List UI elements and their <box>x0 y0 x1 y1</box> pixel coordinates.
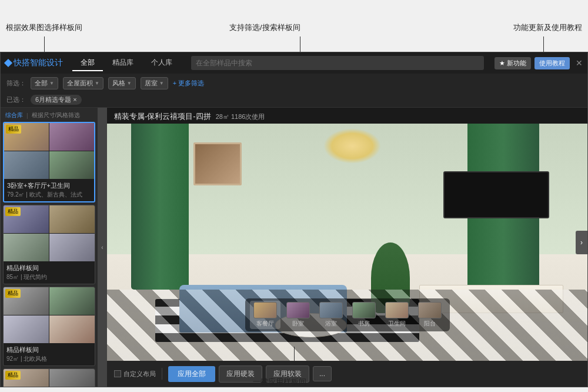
room-tabs-bar: 客餐厅 卧室 浴室 书房 <box>245 298 450 331</box>
checkbox-icon <box>114 370 121 377</box>
room-tab-img-bedroom <box>286 302 310 318</box>
bottom-arrow-line <box>294 347 295 361</box>
search-bar <box>191 56 484 70</box>
chevron-right-icon: › <box>580 238 583 247</box>
badge-jingpin-4: 精品 <box>5 371 21 380</box>
tab-all[interactable]: 全部 <box>72 55 103 71</box>
room-tab-study[interactable]: 书房 <box>349 301 379 329</box>
tag-label: 已选： <box>6 95 26 104</box>
more-options-button[interactable]: ... <box>313 366 332 381</box>
room-tab-living[interactable]: 客餐厅 <box>250 301 280 329</box>
content-area: 综合库 | 根据尺寸/风格筛选 精品 <box>1 108 587 387</box>
room-tab-label-study: 书房 <box>358 320 370 328</box>
chevron-left-icon: ‹ <box>101 244 103 251</box>
title-bar: 快搭智能设计 全部 精品库 个人库 ★ 新功能 使用教程 ✕ <box>1 52 587 74</box>
template-card-info-1: 3卧室+客厅厅+卫生间 79.2㎡ | 欧式、新古典、法式 <box>4 179 94 201</box>
room-tab-img-bathroom <box>319 302 343 318</box>
apply-all-button[interactable]: 应用全部 <box>168 366 215 382</box>
filter-select-all[interactable]: 全部 ▼ <box>31 77 58 89</box>
badge-jingpin-3: 精品 <box>5 289 21 298</box>
chevron-down-icon: ▼ <box>49 81 54 86</box>
room-cell <box>49 369 95 387</box>
template-card-info-3: 精品样板间 92㎡ | 北欧风格 <box>4 343 95 366</box>
left-panel-nav-combined: 综合库 <box>5 111 23 119</box>
new-feature-button[interactable]: ★ 新功能 <box>495 57 531 69</box>
search-input[interactable] <box>191 56 484 70</box>
curtain-left <box>131 124 189 290</box>
app-title: 快搭智能设计 <box>14 58 63 68</box>
room-tab-toilet[interactable]: 卫生间 <box>382 301 412 329</box>
room-cell <box>49 123 94 151</box>
annotation-top-center: 支持筛选/搜索样板间 <box>229 22 300 33</box>
preview-image: › 客餐厅 卧室 浴室 <box>107 124 587 361</box>
tag-item[interactable]: 6月精选专题 × <box>31 95 82 105</box>
app-logo: 快搭智能设计 <box>5 58 63 68</box>
preview-sub-info: 28㎡ 1186次使用 <box>216 112 265 121</box>
tab-personal[interactable]: 个人库 <box>143 55 181 71</box>
bottom-toolbar: 自定义布局 应用全部 应用硬装 应用软装 ... <box>107 361 587 387</box>
logo-diamond-icon <box>4 59 12 67</box>
title-bar-right: ★ 新功能 使用教程 ✕ <box>495 57 583 69</box>
room-cell <box>49 151 94 179</box>
divider-icon: | <box>26 112 28 119</box>
tab-jingpin[interactable]: 精品库 <box>104 55 142 71</box>
annotation-top-left: 根据效果图选择样板间 <box>6 22 82 33</box>
template-card-title-3: 精品样板间 <box>6 346 92 354</box>
room-tab-bathroom[interactable]: 浴室 <box>316 301 346 329</box>
room-tab-img-balcony <box>418 302 442 318</box>
annotation-top-right: 功能更新及使用教程 <box>513 22 582 33</box>
room-cell <box>49 205 95 233</box>
right-panel-toggle-button[interactable]: › <box>576 231 587 254</box>
more-filters-button[interactable]: + 更多筛选 <box>173 79 204 88</box>
template-card-4[interactable]: 精品 精品样板间 68㎡ | 轻奢风格 <box>3 368 95 387</box>
left-panel-header: 综合库 | 根据尺寸/风格筛选 <box>3 110 95 122</box>
room-tab-img-study <box>352 302 376 318</box>
template-card-sub-1: 79.2㎡ | 欧式、新古典、法式 <box>7 191 91 199</box>
toolbar-divider <box>162 368 162 380</box>
template-card-info-2: 精品样板间 85㎡ | 现代简约 <box>4 261 95 284</box>
tv <box>443 171 549 219</box>
tutorial-button[interactable]: 使用教程 <box>534 57 570 69</box>
template-card-img-4: 精品 <box>4 369 95 387</box>
room-cell <box>4 234 49 261</box>
custom-layout-checkbox[interactable]: 自定义布局 <box>114 370 156 378</box>
app-window: 快搭智能设计 全部 精品库 个人库 ★ 新功能 使用教程 ✕ 筛选： 全部 ▼ … <box>0 52 588 387</box>
preview-title-bar: 精装专属-保利云禧项目-四拼 28㎡ 1186次使用 <box>107 108 587 124</box>
filter-select-room[interactable]: 居室 ▼ <box>141 77 168 89</box>
painting <box>193 142 242 185</box>
room-cell <box>49 234 95 261</box>
chevron-down-icon: ▼ <box>159 81 164 86</box>
close-icon[interactable]: ✕ <box>576 58 583 68</box>
star-icon: ★ <box>499 59 505 67</box>
room-cell <box>4 315 49 343</box>
left-panel-hint: 根据尺寸/风格筛选 <box>32 111 81 119</box>
template-card-3[interactable]: 精品 精品样板间 92㎡ | 北欧风格 <box>3 287 95 366</box>
room-tab-label-bathroom: 浴室 <box>325 320 337 328</box>
left-panel: 综合库 | 根据尺寸/风格筛选 精品 <box>1 108 98 387</box>
template-card-img-3: 精品 <box>4 287 95 343</box>
chevron-down-icon: ▼ <box>95 81 99 86</box>
chevron-down-icon: ▼ <box>127 81 132 86</box>
chandelier <box>323 128 381 164</box>
template-card-2[interactable]: 精品 精品样板间 85㎡ | 现代简约 <box>3 205 95 284</box>
filter-select-style[interactable]: 风格 ▼ <box>108 77 136 89</box>
template-card-img-2: 精品 <box>4 205 95 261</box>
annotation-bottom: 一键应用样板间 <box>253 377 306 387</box>
room-tab-img-toilet <box>385 302 409 318</box>
main-preview: 精装专属-保利云禧项目-四拼 28㎡ 1186次使用 <box>107 108 587 387</box>
template-card-1[interactable]: 精品 3卧室+客厅厅+卫生间 79.2㎡ | 欧式、新古典、法式 <box>3 122 95 202</box>
template-card-img-1: 精品 <box>4 123 94 179</box>
room-cell <box>4 151 49 179</box>
custom-layout-label: 自定义布局 <box>123 370 156 378</box>
tag-bar: 已选： 6月精选专题 × <box>1 92 587 108</box>
preview-main-title: 精装专属-保利云禧项目-四拼 <box>114 111 211 122</box>
left-panel-toggle-button[interactable]: ‹ <box>98 108 107 387</box>
room-tab-bedroom[interactable]: 卧室 <box>283 301 313 329</box>
badge-jingpin: 精品 <box>6 125 21 134</box>
template-card-title-2: 精品样板间 <box>6 264 92 273</box>
room-tab-label-balcony: 阳台 <box>424 320 436 328</box>
tab-bar: 全部 精品库 个人库 <box>72 55 181 71</box>
filter-select-area[interactable]: 全屋面积 ▼ <box>63 77 103 89</box>
room-tab-img-living <box>253 302 277 318</box>
room-tab-balcony[interactable]: 阳台 <box>415 301 445 329</box>
